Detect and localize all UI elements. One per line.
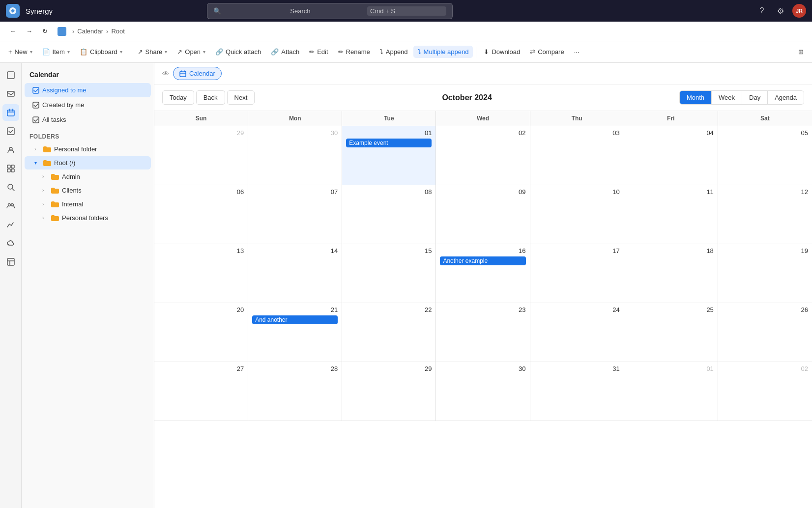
calendar-cell-w1d3[interactable]: 09 (436, 185, 530, 244)
calendar-cell-w2d1[interactable]: 14 (248, 244, 342, 303)
calendar-cell-w4d6[interactable]: 02 (718, 362, 812, 421)
calendar-week-4: 27282930310102 (154, 362, 812, 421)
sidebar-item-assigned-to-me[interactable]: Assigned to me (25, 83, 151, 97)
sidebar-item-created-by-me[interactable]: Created by me (25, 98, 151, 112)
visibility-toggle[interactable]: 👁 (162, 70, 169, 78)
app-logo[interactable] (6, 4, 20, 18)
forward-button[interactable]: → (22, 26, 36, 37)
sidebar-icon-cloud[interactable] (2, 235, 19, 252)
calendar-event[interactable]: Another example (440, 256, 525, 265)
sidebar-item-internal[interactable]: › Internal (25, 198, 151, 211)
calendar-cell-w3d2[interactable]: 22 (342, 303, 436, 362)
back-button[interactable]: ← (6, 26, 20, 37)
sidebar-icon-calendar[interactable] (2, 104, 19, 121)
next-nav-button[interactable]: Next (227, 90, 255, 105)
app-nav-icon[interactable] (54, 25, 70, 38)
breadcrumb-calendar[interactable]: Calendar (77, 28, 103, 35)
sidebar-item-all-tasks[interactable]: All tasks (25, 113, 151, 127)
calendar-cell-w4d3[interactable]: 30 (436, 362, 530, 421)
calendar-cell-w4d5[interactable]: 01 (624, 362, 718, 421)
new-button[interactable]: + New ▾ (4, 46, 37, 58)
calendar-cell-w4d2[interactable]: 29 (342, 362, 436, 421)
sidebar-item-personal-folders[interactable]: › Personal folders (25, 211, 151, 225)
calendar-cell-w3d3[interactable]: 23 (436, 303, 530, 362)
calendar-cell-w2d3[interactable]: 16Another example (436, 244, 530, 303)
calendar-cell-w2d6[interactable]: 19 (718, 244, 812, 303)
calendar-title: October 2024 (261, 93, 673, 102)
view-day-button[interactable]: Day (742, 91, 768, 104)
calendar-cell-w1d4[interactable]: 10 (530, 185, 624, 244)
attach-button[interactable]: 🔗 Attach (266, 46, 304, 58)
more-button[interactable]: ··· (570, 46, 584, 58)
calendar-cell-w4d4[interactable]: 31 (530, 362, 624, 421)
settings-button[interactable]: ⚙ (774, 4, 787, 18)
sidebar-icon-search[interactable] (2, 179, 19, 196)
quick-attach-button[interactable]: 🔗 Quick attach (211, 46, 265, 58)
item-label: Item (53, 48, 65, 56)
calendar-tab[interactable]: Calendar (173, 67, 222, 80)
calendar-cell-w0d5[interactable]: 04 (624, 126, 718, 185)
calendar-cell-w0d6[interactable]: 05 (718, 126, 812, 185)
view-agenda-button[interactable]: Agenda (768, 91, 804, 104)
sidebar-icon-grid[interactable] (2, 160, 19, 177)
calendar-cell-w3d1[interactable]: 21And another (248, 303, 342, 362)
breadcrumb-root[interactable]: Root (111, 28, 124, 35)
calendar-cell-w1d0[interactable]: 06 (154, 185, 248, 244)
calendar-event[interactable]: And another (252, 315, 338, 324)
share-button[interactable]: ↗ Share ▾ (133, 46, 172, 58)
calendar-cell-w0d0[interactable]: 29 (154, 126, 248, 185)
layout-icon: ⊞ (798, 48, 804, 56)
calendar-cell-w2d2[interactable]: 15 (342, 244, 436, 303)
sidebar-icon-inbox[interactable] (2, 67, 19, 84)
search-box[interactable]: 🔍 Search Cmd + S (207, 3, 453, 19)
download-label: Download (492, 48, 520, 56)
item-button[interactable]: 📄 Item ▾ (38, 46, 74, 58)
clipboard-button[interactable]: 📋 Clipboard ▾ (75, 46, 127, 58)
calendar-cell-w0d1[interactable]: 30 (248, 126, 342, 185)
view-month-button[interactable]: Month (680, 91, 712, 104)
sidebar-icon-chart[interactable] (2, 216, 19, 233)
edit-button[interactable]: ✏ Edit (305, 46, 332, 58)
calendar-cell-w1d1[interactable]: 07 (248, 185, 342, 244)
sidebar-icon-team[interactable] (2, 198, 19, 214)
multiple-append-button[interactable]: ⤵ Multiple append (413, 46, 473, 58)
sidebar-icon-mail[interactable] (2, 85, 19, 102)
layout-button[interactable]: ⊞ (794, 46, 808, 58)
calendar-cell-w2d0[interactable]: 13 (154, 244, 248, 303)
sidebar-item-admin[interactable]: › Admin (25, 170, 151, 183)
download-button[interactable]: ⬇ Download (479, 46, 524, 58)
calendar-cell-w0d2[interactable]: 01Example event (342, 126, 436, 185)
calendar-cell-w4d1[interactable]: 28 (248, 362, 342, 421)
sidebar-item-root[interactable]: ▾ Root (/) (25, 156, 151, 169)
append-button[interactable]: ⤵ Append (376, 46, 412, 58)
calendar-event[interactable]: Example event (346, 139, 432, 147)
calendar-cell-w4d0[interactable]: 27 (154, 362, 248, 421)
compare-button[interactable]: ⇄ Compare (525, 46, 568, 58)
calendar-cell-w1d2[interactable]: 08 (342, 185, 436, 244)
today-button[interactable]: Today (162, 90, 194, 105)
calendar-cell-w1d6[interactable]: 12 (718, 185, 812, 244)
help-button[interactable]: ? (755, 4, 769, 18)
sidebar-icon-tasks[interactable] (2, 123, 19, 140)
back-nav-button[interactable]: Back (196, 90, 225, 105)
refresh-button[interactable]: ↻ (38, 26, 52, 37)
sidebar-item-clients[interactable]: › Clients (25, 184, 151, 197)
open-button[interactable]: ↗ Open ▾ (173, 46, 210, 58)
calendar-cell-w2d4[interactable]: 17 (530, 244, 624, 303)
avatar[interactable]: JR (792, 4, 806, 18)
calendar-cell-w3d5[interactable]: 25 (624, 303, 718, 362)
calendar-cell-w1d5[interactable]: 11 (624, 185, 718, 244)
calendar-cell-w0d3[interactable]: 02 (436, 126, 530, 185)
calendar-cell-w2d5[interactable]: 18 (624, 244, 718, 303)
cell-date: 14 (252, 247, 338, 254)
sidebar-item-personal-folder[interactable]: › Personal folder (25, 142, 151, 156)
calendar-cell-w0d4[interactable]: 03 (530, 126, 624, 185)
sidebar-icon-table[interactable] (2, 254, 19, 270)
rename-button[interactable]: ✏ Rename (334, 46, 375, 58)
calendar-cell-w3d4[interactable]: 24 (530, 303, 624, 362)
folders-title: Folders (22, 127, 154, 142)
sidebar-icon-contacts[interactable] (2, 141, 19, 158)
view-week-button[interactable]: Week (712, 91, 742, 104)
calendar-cell-w3d0[interactable]: 20 (154, 303, 248, 362)
calendar-cell-w3d6[interactable]: 26 (718, 303, 812, 362)
